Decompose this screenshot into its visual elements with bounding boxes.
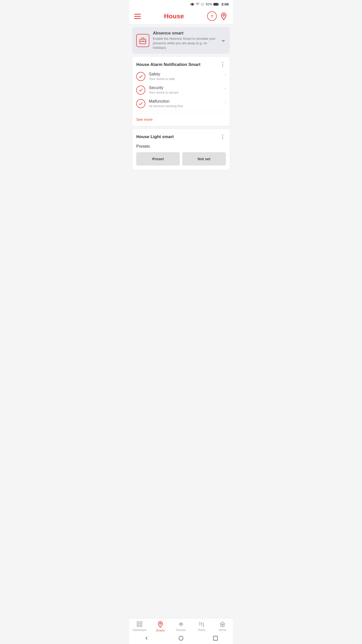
wifi-icon bbox=[196, 2, 200, 6]
malfunction-status: - bbox=[224, 99, 226, 104]
security-check-icon bbox=[136, 86, 145, 95]
safety-desc: Your home is safe bbox=[149, 77, 175, 81]
malfunction-desc: All devices working fine bbox=[149, 104, 183, 108]
svg-marker-53 bbox=[199, 622, 201, 623]
alarm-card-menu-button[interactable]: ⋮ bbox=[220, 61, 226, 68]
dashboard-icon bbox=[136, 621, 143, 627]
svg-rect-4 bbox=[134, 16, 141, 17]
security-text: Security Your home is secure bbox=[149, 86, 178, 94]
svg-rect-2 bbox=[214, 3, 218, 5]
svg-point-58 bbox=[179, 636, 183, 640]
smarts-icon-2 bbox=[157, 621, 164, 628]
safety-status: - bbox=[224, 72, 226, 77]
svg-rect-37 bbox=[140, 622, 142, 624]
safety-item: Safety Your home is safe - bbox=[136, 72, 226, 81]
alarm-notification-card: House Alarm Notification Smart ⋮ Safety … bbox=[132, 57, 230, 126]
home-label-2: Home bbox=[219, 628, 226, 631]
svg-line-49 bbox=[179, 625, 180, 626]
presets-label: Presets bbox=[136, 144, 226, 149]
svg-rect-5 bbox=[134, 18, 141, 19]
devices-icon-2 bbox=[177, 621, 185, 627]
absence-title: Absence smart bbox=[153, 31, 217, 36]
alarm-card-title: House Alarm Notification Smart bbox=[136, 62, 200, 67]
home-icon-2 bbox=[219, 621, 226, 627]
security-desc: Your home is secure bbox=[149, 91, 178, 94]
battery-percentage: 92% bbox=[206, 2, 212, 6]
malfunction-item: Malfunction All devices working fine - bbox=[136, 99, 226, 111]
devices-label-2: Devices bbox=[176, 628, 186, 631]
nav-item-dashboard[interactable]: Dashboard bbox=[132, 621, 147, 632]
svg-rect-36 bbox=[137, 622, 139, 624]
nav-item-devices-2[interactable]: Devices bbox=[173, 621, 189, 632]
security-item: Security Your home is secure - bbox=[136, 86, 226, 95]
svg-rect-38 bbox=[137, 625, 139, 627]
presets-row: Preset Not set bbox=[136, 152, 226, 166]
top-nav: House ? bbox=[129, 8, 233, 24]
svg-point-6 bbox=[223, 14, 225, 16]
preset-button[interactable]: Preset bbox=[136, 152, 180, 166]
malfunction-name: Malfunction bbox=[149, 99, 183, 104]
safety-text: Safety Your home is safe bbox=[149, 72, 175, 81]
light-card-header: House Light smart ⋮ bbox=[136, 134, 226, 140]
svg-marker-54 bbox=[201, 622, 202, 623]
svg-point-57 bbox=[222, 625, 223, 626]
malfunction-check-icon bbox=[136, 99, 145, 108]
nav-item-smarts-2[interactable]: Smarts bbox=[153, 621, 168, 632]
light-smart-card: House Light smart ⋮ Presets Preset Not s… bbox=[132, 129, 230, 170]
main-content: Absence smart Enable the Absence Smart t… bbox=[129, 24, 233, 173]
bottom-spacer bbox=[129, 173, 233, 203]
rules-icon-2 bbox=[198, 621, 205, 627]
svg-line-46 bbox=[179, 623, 180, 624]
security-name: Security bbox=[149, 86, 178, 90]
absence-chevron-icon[interactable] bbox=[221, 37, 226, 43]
not-set-button[interactable]: Not set bbox=[182, 152, 226, 166]
page-title: House bbox=[164, 12, 184, 20]
safety-check-icon bbox=[136, 72, 145, 81]
svg-point-40 bbox=[160, 623, 161, 624]
signal-icon bbox=[201, 2, 204, 6]
help-button[interactable]: ? bbox=[207, 11, 217, 21]
absence-icon bbox=[136, 34, 149, 47]
security-status: - bbox=[224, 86, 226, 91]
nav-item-rules-2[interactable]: Rules bbox=[194, 621, 209, 632]
system-recent-button[interactable] bbox=[213, 635, 218, 641]
status-bar: 92% 3:06 bbox=[129, 0, 233, 8]
safety-name: Safety bbox=[149, 72, 175, 76]
svg-line-47 bbox=[182, 625, 183, 626]
light-card-menu-button[interactable]: ⋮ bbox=[220, 134, 226, 140]
svg-rect-3 bbox=[134, 14, 141, 15]
absence-description: Enable the Absence Smart to simulate you… bbox=[153, 36, 217, 50]
dashboard-label-2: Dashboard bbox=[133, 628, 146, 631]
svg-rect-59 bbox=[213, 636, 218, 640]
nav-item-home-2[interactable]: Home bbox=[215, 621, 230, 632]
svg-rect-1 bbox=[218, 4, 219, 5]
system-back-button[interactable] bbox=[144, 635, 149, 641]
hamburger-menu-button[interactable] bbox=[134, 13, 141, 19]
vibrate-icon bbox=[190, 2, 194, 6]
smarts-label-2: Smarts bbox=[156, 629, 165, 632]
svg-rect-39 bbox=[140, 625, 142, 627]
battery-icon bbox=[213, 3, 219, 6]
see-more-button[interactable]: See more bbox=[136, 113, 226, 122]
header-actions: ? bbox=[207, 11, 228, 21]
status-icons: 92% 3:06 bbox=[190, 2, 229, 6]
svg-line-48 bbox=[182, 623, 183, 624]
location-button[interactable] bbox=[220, 12, 228, 20]
svg-marker-55 bbox=[203, 626, 204, 627]
absence-text: Absence smart Enable the Absence Smart t… bbox=[153, 31, 217, 50]
malfunction-text: Malfunction All devices working fine bbox=[149, 99, 183, 108]
status-time: 3:06 bbox=[221, 2, 229, 6]
absence-smart-banner[interactable]: Absence smart Enable the Absence Smart t… bbox=[132, 27, 230, 54]
alarm-card-header: House Alarm Notification Smart ⋮ bbox=[136, 61, 226, 68]
rules-label-2: Rules bbox=[198, 628, 205, 631]
system-home-button[interactable] bbox=[178, 635, 184, 641]
light-card-title: House Light smart bbox=[136, 134, 174, 139]
